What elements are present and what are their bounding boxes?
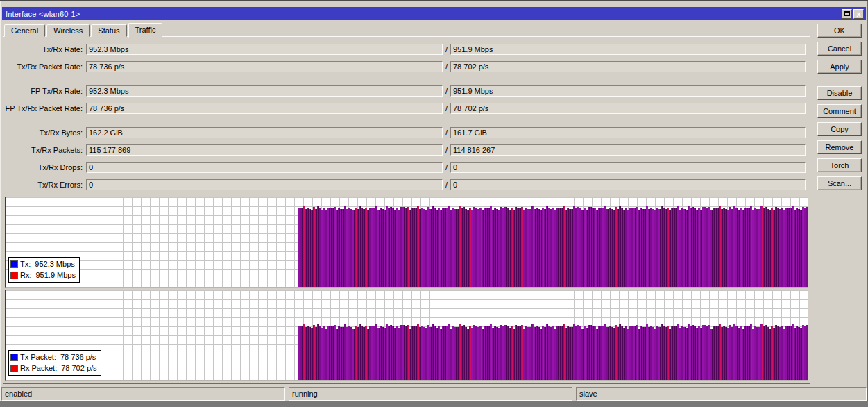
field-separator: / (443, 163, 450, 172)
tab-bar: General Wireless Status Traffic (4, 22, 164, 37)
txrx-rate-label: Tx/Rx Rate: (3, 45, 83, 53)
rx-packet-legend-value: 78 702 p/s (61, 364, 96, 372)
tx-packet-rate-field[interactable]: 78 736 p/s (86, 61, 443, 72)
traffic-sample-bar (806, 207, 808, 287)
cancel-button[interactable]: Cancel (817, 42, 862, 56)
txrx-packets-label: Tx/Rx Packets: (3, 146, 83, 154)
packet-rate-bars (298, 290, 808, 380)
field-separator: / (443, 63, 450, 71)
restore-window-icon[interactable] (842, 9, 852, 19)
copy-button[interactable]: Copy (817, 122, 862, 136)
tab-wireless[interactable]: Wireless (46, 24, 90, 37)
packet-rate-graph: Tx Packet: 78 736 p/s Rx Packet: 78 702 … (5, 290, 808, 381)
tx-packet-legend-value: 78 736 p/s (60, 353, 96, 361)
close-window-icon[interactable]: x (853, 9, 864, 19)
tx-legend-value: 952.3 Mbps (35, 260, 74, 268)
tx-errors-field[interactable]: 0 (86, 179, 443, 190)
field-separator: / (443, 87, 450, 95)
ok-button[interactable]: OK (817, 24, 862, 38)
fp-tx-rate-field[interactable]: 952.3 Mbps (86, 85, 443, 97)
txrx-drops-row: Tx/Rx Drops: 0 / 0 (3, 162, 810, 172)
traffic-stats-form: Tx/Rx Rate: 952.3 Mbps / 951.9 Mbps Tx/R… (3, 37, 810, 190)
titlebar[interactable]: Interface <wlan60-1> x (2, 7, 866, 20)
fp-txrx-rate-row: FP Tx/Rx Rate: 952.3 Mbps / 951.9 Mbps (3, 85, 810, 96)
packet-rate-legend: Tx Packet: 78 736 p/s Rx Packet: 78 702 … (8, 350, 101, 376)
tab-status[interactable]: Status (91, 24, 126, 37)
traffic-tab-page: Tx/Rx Rate: 952.3 Mbps / 951.9 Mbps Tx/R… (3, 36, 810, 384)
field-separator: / (443, 146, 450, 154)
rx-color-swatch-icon (10, 272, 18, 279)
status-enabled: enabled (1, 387, 285, 401)
traffic-sample-bar (806, 325, 808, 380)
fp-txrx-rate-label: FP Tx/Rx Rate: (3, 87, 83, 95)
rx-errors-field[interactable]: 0 (450, 179, 806, 190)
status-running: running (289, 387, 572, 401)
fp-rx-packet-rate-field[interactable]: 78 702 p/s (450, 103, 806, 114)
legend-row-rx: Rx: 951.9 Mbps (10, 269, 76, 281)
status-slave: slave (576, 387, 867, 401)
txrx-errors-row: Tx/Rx Errors: 0 / 0 (3, 179, 810, 190)
txrx-packet-rate-label: Tx/Rx Packet Rate: (3, 63, 83, 71)
action-button-column: OK Cancel Apply Disable Comment Copy Rem… (817, 24, 862, 194)
fp-tx-packet-rate-field[interactable]: 78 736 p/s (86, 103, 443, 114)
tx-packets-field[interactable]: 115 177 869 (86, 144, 443, 156)
close-glyph-icon: x (856, 10, 860, 17)
rx-packet-color-swatch-icon (10, 365, 18, 372)
rx-legend-label: Rx: (20, 271, 32, 279)
tx-packet-color-swatch-icon (10, 354, 18, 361)
restore-glyph-icon (844, 11, 850, 16)
tab-general[interactable]: General (4, 24, 45, 37)
rx-packet-rate-field[interactable]: 78 702 p/s (450, 61, 806, 72)
tx-bytes-field[interactable]: 162.2 GiB (86, 127, 443, 138)
txrx-bytes-label: Tx/Rx Bytes: (3, 128, 83, 137)
fp-rx-rate-field[interactable]: 951.9 Mbps (450, 85, 806, 97)
legend-row-tx-packet: Tx Packet: 78 736 p/s (10, 351, 97, 363)
txrx-rate-row: Tx/Rx Rate: 952.3 Mbps / 951.9 Mbps (3, 44, 810, 54)
tx-rate-field[interactable]: 952.3 Mbps (86, 44, 443, 55)
txrx-bytes-row: Tx/Rx Bytes: 162.2 GiB / 161.7 GiB (3, 127, 810, 138)
interface-dialog-window: Interface <wlan60-1> x General Wireless … (0, 0, 868, 401)
tx-drops-field[interactable]: 0 (86, 162, 443, 173)
txrx-packet-rate-row: Tx/Rx Packet Rate: 78 736 p/s / 78 702 p… (3, 61, 810, 72)
disable-button[interactable]: Disable (817, 86, 862, 100)
rx-drops-field[interactable]: 0 (450, 162, 806, 173)
scan-button[interactable]: Scan... (817, 176, 862, 190)
apply-button[interactable]: Apply (817, 60, 862, 74)
legend-row-rx-packet: Rx Packet: 78 702 p/s (10, 363, 97, 374)
field-separator: / (443, 128, 450, 137)
remove-button[interactable]: Remove (817, 140, 862, 154)
tx-packet-legend-label: Tx Packet: (20, 353, 56, 361)
tx-legend-label: Tx: (20, 260, 31, 268)
field-separator: / (443, 45, 450, 53)
field-separator: / (443, 104, 450, 113)
field-separator: / (443, 181, 450, 189)
status-bar: enabled running slave (1, 387, 867, 401)
txrx-packets-row: Tx/Rx Packets: 115 177 869 / 114 816 267 (3, 144, 810, 155)
window-title: Interface <wlan60-1> (6, 10, 840, 18)
traffic-rate-bars (298, 197, 808, 287)
traffic-rate-legend: Tx: 952.3 Mbps Rx: 951.9 Mbps (8, 257, 80, 283)
traffic-rate-graph: Tx: 952.3 Mbps Rx: 951.9 Mbps (5, 197, 808, 288)
group-gap (3, 120, 810, 127)
button-group-gap (817, 78, 862, 86)
rx-packet-legend-label: Rx Packet: (20, 364, 57, 372)
rx-packets-field[interactable]: 114 816 267 (450, 144, 806, 156)
txrx-drops-label: Tx/Rx Drops: (3, 163, 83, 172)
fp-txrx-packet-rate-label: FP Tx/Rx Packet Rate: (3, 104, 83, 113)
torch-button[interactable]: Torch (817, 158, 862, 172)
rx-legend-value: 951.9 Mbps (36, 271, 76, 279)
group-gap (3, 78, 810, 85)
rx-rate-field[interactable]: 951.9 Mbps (450, 44, 806, 55)
tab-traffic[interactable]: Traffic (128, 23, 163, 38)
comment-button[interactable]: Comment (817, 104, 862, 118)
fp-txrx-packet-rate-row: FP Tx/Rx Packet Rate: 78 736 p/s / 78 70… (3, 103, 810, 113)
txrx-errors-label: Tx/Rx Errors: (3, 181, 83, 189)
legend-row-tx: Tx: 952.3 Mbps (10, 258, 76, 269)
rx-bytes-field[interactable]: 161.7 GiB (450, 127, 806, 138)
tx-color-swatch-icon (10, 260, 18, 268)
